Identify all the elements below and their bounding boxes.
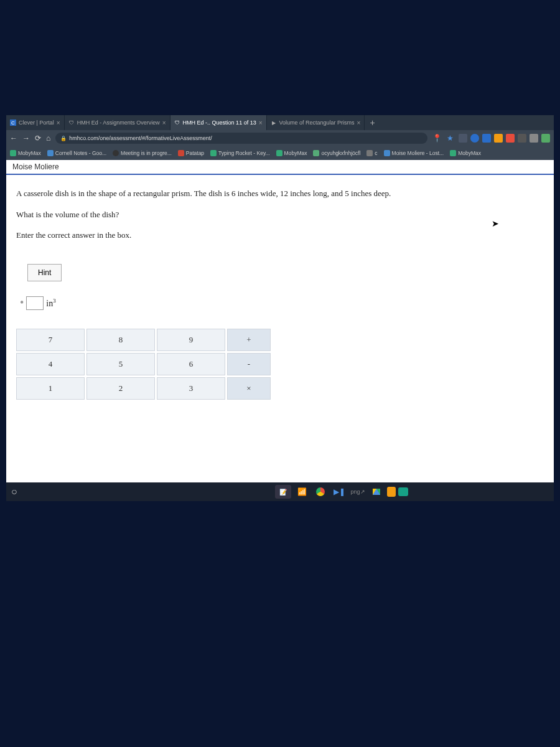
mouse-cursor: ➤ [492,218,499,229]
bookmark-patatap[interactable]: Patatap [178,150,204,156]
extensions [459,134,550,143]
question-line-2: What is the volume of the dish? [16,209,544,221]
close-icon[interactable]: × [357,120,361,126]
answer-row: • in3 [20,296,544,311]
tab-hmh-overview[interactable]: 🛡 HMH Ed - Assignments Overview × [65,115,170,130]
taskbar-app[interactable]: 📶 [294,485,310,499]
taskbar-app[interactable]: 📝 [275,485,291,499]
student-name: Moise Moliere [12,162,59,171]
browser-tabs: C Clever | Portal × 🛡 HMH Ed - Assignmen… [6,115,554,130]
key-1[interactable]: 1 [16,377,85,400]
ext-icon[interactable] [506,134,515,143]
bookmark-folder[interactable]: ocyuhgkxfnhjöcfl [313,150,360,156]
taskbar: ○ 📝 📶 ▶❚ png↗ [6,482,554,501]
forward-button[interactable]: → [22,134,30,143]
new-tab-button[interactable]: + [365,118,380,128]
tab-hmh-question[interactable]: 🛡 HMH Ed -.. Question 11 of 13 × [170,115,267,130]
taskbar-app[interactable]: ▶❚ [331,485,347,499]
tab-volume-video[interactable]: ▶ Volume of Rectangular Prisms × [267,115,365,130]
key-9[interactable]: 9 [157,329,225,351]
bookmark-moise[interactable]: Moise Moliere - Lost... [384,150,444,156]
tab-label: Volume of Rectangular Prisms [279,120,355,126]
url-input[interactable]: 🔒 hmhco.com/one/assessment/#/formativeLi… [55,133,427,144]
star-icon[interactable]: ★ [447,134,454,143]
key-3[interactable]: 3 [157,377,225,400]
taskbar-drive[interactable] [368,485,385,499]
bookmark-typing[interactable]: Typing Rocket - Key... [210,150,270,156]
key-4[interactable]: 4 [16,353,85,375]
bookmark-c[interactable]: c [366,150,377,156]
clever-icon: C [10,120,16,126]
close-icon[interactable]: × [259,120,263,126]
bookmark-mobymax-2[interactable]: MobyMax [276,150,307,156]
bookmark-mobymax-3[interactable]: MobyMax [450,150,481,156]
tab-clever[interactable]: C Clever | Portal × [6,115,65,130]
bullet-icon: • [20,296,24,309]
url-text: hmhco.com/one/assessment/#/formativeLive… [69,135,212,141]
ext-icon[interactable] [530,134,538,143]
bookmark-meeting[interactable]: Meeting is in progre... [113,150,172,156]
launcher-button[interactable]: ○ [11,486,27,497]
video-icon: ▶ [271,120,277,126]
question-line-3: Enter the correct answer in the box. [16,229,544,242]
home-button[interactable]: ⌂ [46,134,50,143]
ext-icon[interactable] [482,134,491,143]
key-times[interactable]: × [227,377,271,400]
unit-label: in3 [46,298,55,309]
tab-label: Clever | Portal [19,120,54,126]
bookmark-mobymax[interactable]: MobyMax [10,150,41,156]
close-icon[interactable]: × [57,120,60,126]
tab-label: HMH Ed - Assignments Overview [77,120,160,126]
answer-input[interactable] [26,296,44,310]
key-6[interactable]: 6 [157,353,225,375]
address-bar: ← → ⟳ ⌂ 🔒 hmhco.com/one/assessment/#/for… [6,130,554,146]
bookmarks-bar: MobyMax Cornell Notes - Goo... Meeting i… [6,146,554,160]
tab-label: HMH Ed -.. Question 11 of 13 [183,120,256,126]
lock-icon: 🔒 [60,136,67,141]
key-5[interactable]: 5 [86,353,155,375]
numeric-keypad: 7 8 9 + 4 5 6 - 1 2 3 × [16,329,271,400]
ext-icon[interactable] [494,134,503,143]
key-2[interactable]: 2 [86,377,155,400]
close-icon[interactable]: × [162,120,166,126]
key-8[interactable]: 8 [86,329,155,351]
question-line-1: A casserole dish is in the shape of a re… [16,187,544,200]
ext-icon[interactable] [459,134,467,143]
key-plus[interactable]: + [227,329,271,351]
key-7[interactable]: 7 [16,329,85,351]
taskbar-app[interactable]: png↗ [350,485,366,499]
page-header: Moise Moliere [6,160,554,175]
back-button[interactable]: ← [10,134,17,143]
hmh-icon: 🛡 [68,120,75,126]
question-content: A casserole dish is in the shape of a re… [6,175,554,501]
key-minus[interactable]: - [227,353,271,375]
ext-icon[interactable] [518,134,526,143]
ext-icon[interactable] [470,134,479,143]
taskbar-classroom[interactable] [398,487,408,496]
taskbar-chrome[interactable] [312,485,329,499]
taskbar-docs[interactable] [387,487,396,497]
bookmark-cornell[interactable]: Cornell Notes - Goo... [47,150,106,156]
ext-icon[interactable] [541,134,550,143]
hmh-icon: 🛡 [174,120,180,126]
hint-button[interactable]: Hint [27,264,62,281]
reload-button[interactable]: ⟳ [35,134,41,143]
location-icon[interactable]: 📍 [432,134,442,143]
